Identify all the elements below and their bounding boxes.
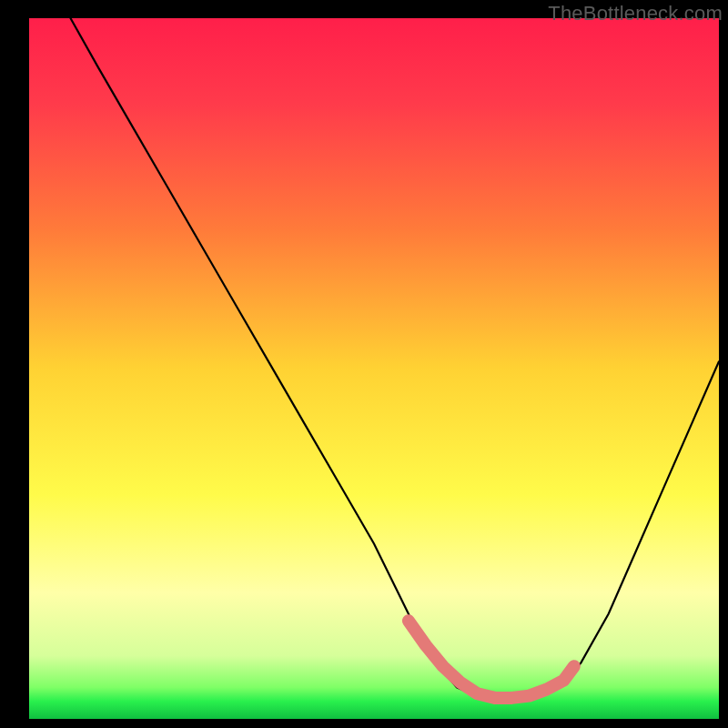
watermark-text: TheBottleneck.com <box>548 2 723 25</box>
chart-svg <box>29 18 719 719</box>
chart-frame <box>29 18 719 719</box>
chart-background <box>29 18 719 719</box>
